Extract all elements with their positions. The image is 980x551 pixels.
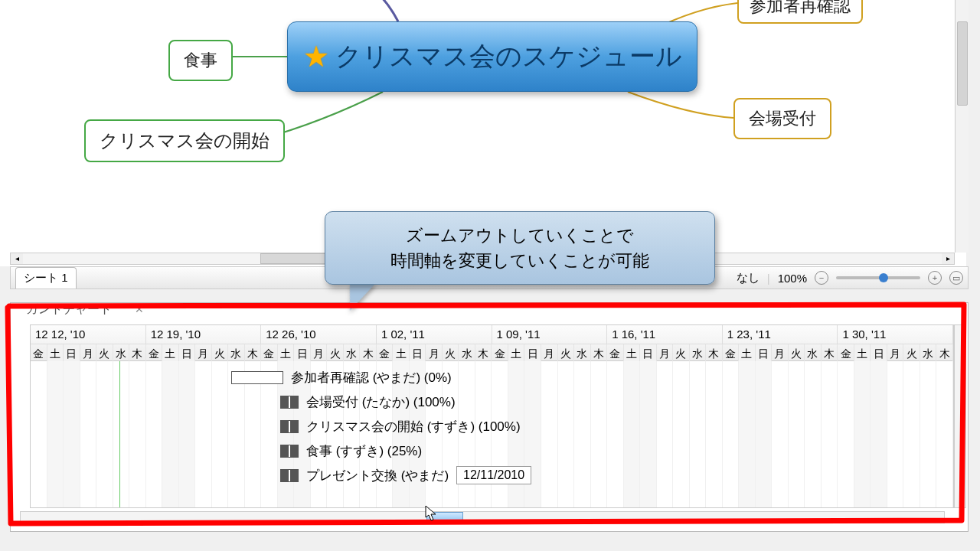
gantt-day-header: 水 <box>344 344 361 362</box>
gantt-task-label: 会場受付 (たなか) (100%) <box>306 393 456 411</box>
gantt-panel-title: ガントチャート <box>26 302 112 318</box>
gantt-day-header: 土 <box>278 344 295 362</box>
gantt-day-header: 日 <box>871 344 887 362</box>
mindmap-node-meal[interactable]: 食事 <box>168 40 233 81</box>
zoom-in-button[interactable]: + <box>928 271 942 285</box>
zoom-fit-button[interactable]: ▭ <box>949 271 963 285</box>
gantt-panel: ガントチャート ✕ 12 12, '1012 19, '1012 26, '10… <box>10 302 969 532</box>
scrollbar-thumb[interactable] <box>957 21 968 106</box>
close-icon[interactable]: ✕ <box>135 303 144 315</box>
mindmap-node-reception[interactable]: 会場受付 <box>733 98 831 139</box>
gantt-day-header: 火 <box>558 344 575 362</box>
gantt-day-header: 日 <box>410 344 426 362</box>
gantt-day-header: 水 <box>113 344 130 362</box>
gantt-day-header: 月 <box>426 344 443 362</box>
gantt-week-header: 1 02, '11 <box>377 325 492 344</box>
scroll-right-button[interactable]: ▸ <box>942 253 954 264</box>
gantt-week-header: 1 16, '11 <box>607 325 723 344</box>
gantt-day-header: 水 <box>920 344 937 362</box>
gantt-task-bar[interactable] <box>280 445 299 458</box>
gantt-day-header: 月 <box>657 344 674 362</box>
mindmap-center-node[interactable]: ★ クリスマス会のスケジュール <box>287 21 697 92</box>
gantt-day-header: 木 <box>129 344 146 362</box>
sheet-tab[interactable]: シート 1 <box>15 267 77 289</box>
star-icon: ★ <box>303 40 329 73</box>
gantt-day-header: 金 <box>607 344 624 362</box>
gantt-task-bar[interactable] <box>231 371 283 384</box>
gantt-day-header: 木 <box>822 344 838 362</box>
gantt-task-row[interactable]: 参加者再確認 (やまだ) (0%) <box>31 366 953 389</box>
gantt-day-header: 水 <box>690 344 707 362</box>
gantt-task-row[interactable]: 会場受付 (たなか) (100%) <box>31 390 953 413</box>
gantt-week-header: 12 19, '10 <box>146 325 262 344</box>
gantt-day-header: 土 <box>624 344 641 362</box>
gantt-day-header: 金 <box>31 344 47 362</box>
gantt-task-date-tooltip: 12/11/2010 <box>456 466 531 484</box>
gantt-day-header: 木 <box>706 344 723 362</box>
gantt-task-row[interactable]: クリスマス会の開始 (すずき) (100%) <box>31 415 953 438</box>
gantt-day-header: 火 <box>673 344 690 362</box>
gantt-day-header: 金 <box>377 344 394 362</box>
gantt-day-header: 月 <box>80 344 97 362</box>
gantt-task-label: クリスマス会の開始 (すずき) (100%) <box>306 418 521 435</box>
zoom-slider[interactable] <box>836 276 920 279</box>
canvas-vertical-scrollbar[interactable] <box>955 0 969 253</box>
mindmap-node-label: 食事 <box>184 49 217 72</box>
gantt-task-bar[interactable] <box>280 469 299 482</box>
gantt-day-header: 土 <box>162 344 179 362</box>
gantt-day-header: 日 <box>179 344 196 362</box>
gantt-task-row[interactable]: プレゼント交換 (やまだ)12/11/2010 <box>31 464 953 487</box>
gantt-day-header: 日 <box>294 344 311 362</box>
gantt-day-header: 火 <box>327 344 344 362</box>
gantt-vertical-scrollbar[interactable] <box>954 324 966 508</box>
gantt-day-header: 木 <box>936 344 953 362</box>
gantt-day-header: 金 <box>492 344 508 362</box>
gantt-day-header: 木 <box>591 344 608 362</box>
gantt-task-label: 参加者再確認 (やまだ) (0%) <box>291 369 452 386</box>
gantt-day-header: 日 <box>640 344 657 362</box>
gantt-day-header: 金 <box>838 344 854 362</box>
gantt-day-header: 木 <box>475 344 492 362</box>
zoom-out-button[interactable]: − <box>815 271 828 285</box>
zoom-value: 100% <box>778 272 807 285</box>
gantt-day-header: 土 <box>47 344 64 362</box>
gantt-day-header: 土 <box>508 344 525 362</box>
gantt-day-header: 火 <box>789 344 805 362</box>
gantt-horizontal-scrollbar[interactable] <box>20 511 945 523</box>
callout-line-2: 時間軸を変更していくことが可能 <box>341 248 699 273</box>
gantt-day-header: 水 <box>228 344 245 362</box>
gantt-task-bar[interactable] <box>280 420 299 433</box>
gantt-day-header: 火 <box>212 344 229 362</box>
gantt-day-header: 木 <box>360 344 377 362</box>
tutorial-callout: ズームアウトしていくことで 時間軸を変更していくことが可能 <box>325 211 715 285</box>
gantt-day-header: 月 <box>541 344 558 362</box>
gantt-task-row[interactable]: 食事 (すずき) (25%) <box>31 439 953 462</box>
center-node-title: クリスマス会のスケジュール <box>335 39 682 74</box>
scrollbar-thumb[interactable] <box>426 512 463 523</box>
gantt-day-header: 水 <box>459 344 475 362</box>
gantt-day-header: 日 <box>64 344 80 362</box>
gantt-day-header: 土 <box>739 344 756 362</box>
gantt-day-header: 月 <box>311 344 328 362</box>
gantt-task-label: プレゼント交換 (やまだ) <box>306 467 449 484</box>
gantt-week-header: 1 30, '11 <box>838 325 953 344</box>
gantt-task-bar[interactable] <box>280 396 299 409</box>
gantt-week-header: 12 12, '10 <box>31 325 146 344</box>
mindmap-node-label: 会場受付 <box>749 107 816 130</box>
callout-line-1: ズームアウトしていくことで <box>341 223 699 248</box>
gantt-task-label: 食事 (すずき) (25%) <box>306 442 422 460</box>
filter-label: なし <box>737 271 760 285</box>
gantt-day-header: 水 <box>574 344 591 362</box>
scroll-left-button[interactable]: ◂ <box>11 253 23 264</box>
zoom-slider-handle[interactable] <box>879 273 888 282</box>
gantt-body[interactable]: 参加者再確認 (やまだ) (0%)会場受付 (たなか) (100%)クリスマス会… <box>30 361 954 508</box>
mindmap-node-start[interactable]: クリスマス会の開始 <box>84 119 285 162</box>
gantt-day-header: 火 <box>96 344 113 362</box>
mindmap-node-reconfirm[interactable]: 参加者再確認 <box>737 0 863 24</box>
gantt-day-header: 金 <box>723 344 740 362</box>
gantt-day-header: 月 <box>887 344 904 362</box>
gantt-day-header: 日 <box>524 344 541 362</box>
gantt-day-header: 土 <box>854 344 871 362</box>
gantt-day-header: 土 <box>393 344 410 362</box>
gantt-day-header: 火 <box>443 344 459 362</box>
